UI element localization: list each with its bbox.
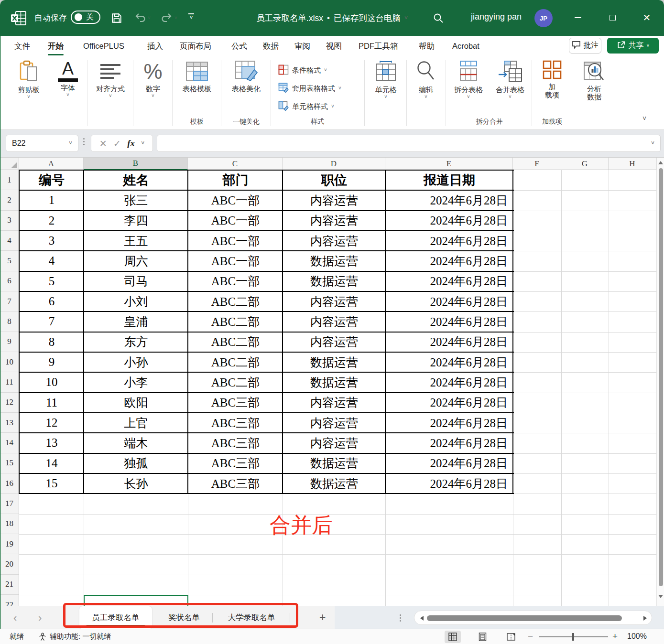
table-cell[interactable]: 2024年6月28日	[386, 272, 512, 291]
row-header-21[interactable]: 21	[0, 575, 19, 595]
table-cell[interactable]: 2024年6月28日	[386, 454, 512, 473]
table-cell[interactable]: 2024年6月28日	[386, 312, 512, 331]
row-header-2[interactable]: 2	[0, 190, 19, 210]
tab-view[interactable]: 视图	[325, 36, 343, 56]
row-header-8[interactable]: 8	[0, 311, 19, 332]
table-cell[interactable]: 张三	[85, 191, 187, 210]
table-cell[interactable]: 数据运营	[283, 353, 385, 372]
row-header-18[interactable]: 18	[0, 514, 19, 534]
table-header-cell[interactable]: 编号	[20, 171, 83, 190]
page-break-view-button[interactable]	[503, 631, 519, 643]
select-all-corner[interactable]	[0, 158, 19, 170]
row-header-17[interactable]: 17	[0, 494, 19, 514]
table-cell[interactable]: ABC一部	[189, 251, 282, 270]
table-cell[interactable]: 内容运营	[283, 413, 385, 432]
cells-button[interactable]: 单元格˅	[366, 60, 405, 99]
table-cell[interactable]: 2024年6月28日	[386, 211, 512, 230]
table-cell[interactable]: 2024年6月28日	[386, 433, 512, 452]
table-cell[interactable]: ABC三部	[189, 433, 282, 452]
column-header-C[interactable]: C	[188, 158, 283, 170]
table-cell[interactable]: ABC三部	[189, 393, 282, 412]
table-cell[interactable]: 2024年6月28日	[386, 191, 512, 210]
tab-acrobat[interactable]: Acrobat	[451, 36, 480, 56]
table-cell[interactable]: ABC一部	[189, 211, 282, 230]
table-cell[interactable]: 4	[20, 251, 83, 270]
tab-insert[interactable]: 插入	[146, 36, 164, 56]
autosave-toggle[interactable]: 关	[71, 11, 100, 24]
table-cell[interactable]: 周六	[85, 251, 187, 270]
zoom-level[interactable]: 100%	[627, 632, 647, 641]
column-header-G[interactable]: G	[561, 158, 609, 170]
table-cell[interactable]: 欧阳	[85, 393, 187, 412]
column-header-H[interactable]: H	[609, 158, 656, 170]
table-cell[interactable]: 司马	[85, 272, 187, 291]
formula-input[interactable]: ˅	[157, 135, 661, 152]
row-header-4[interactable]: 4	[0, 231, 19, 251]
table-cell[interactable]: 内容运营	[283, 292, 385, 311]
table-cell[interactable]: 2024年6月28日	[386, 292, 512, 311]
horizontal-scroll-thumb[interactable]	[427, 615, 622, 621]
cancel-icon[interactable]: ✕	[99, 138, 107, 149]
table-cell[interactable]: 李四	[85, 211, 187, 230]
table-cell[interactable]: 东方	[85, 333, 187, 352]
tab-review[interactable]: 审阅	[294, 36, 311, 56]
addins-button[interactable]: 加载项	[533, 60, 571, 99]
table-cell[interactable]: 内容运营	[283, 333, 385, 352]
cell-styles-button[interactable]: 单元格样式˅	[278, 99, 364, 114]
row-header-14[interactable]: 14	[0, 433, 19, 453]
table-cell[interactable]: 端木	[85, 433, 187, 452]
close-button[interactable]: ✕	[636, 7, 658, 29]
column-header-A[interactable]: A	[19, 158, 84, 170]
row-header-15[interactable]: 15	[0, 453, 19, 473]
analyze-data-button[interactable]: 分析数据	[574, 60, 615, 101]
row-header-3[interactable]: 3	[0, 211, 19, 231]
row-header-1[interactable]: 1	[0, 170, 19, 190]
number-format-button[interactable]: % 数字˅	[135, 60, 171, 98]
table-cell[interactable]: 2024年6月28日	[386, 251, 512, 270]
row-header-6[interactable]: 6	[0, 271, 19, 291]
table-cell[interactable]: 2024年6月28日	[386, 373, 512, 392]
row-header-10[interactable]: 10	[0, 352, 19, 372]
zoom-slider-thumb[interactable]	[572, 633, 574, 641]
zoom-out-icon[interactable]: −	[528, 631, 533, 642]
editing-button[interactable]: 编辑˅	[408, 60, 444, 99]
expand-formula-bar-icon[interactable]: ˅	[651, 141, 654, 145]
table-cell[interactable]: 皇浦	[85, 312, 187, 331]
table-cell[interactable]: 小李	[85, 373, 187, 392]
undo-icon[interactable]	[134, 12, 146, 25]
table-cell[interactable]: ABC二部	[189, 292, 282, 311]
tab-home[interactable]: 开始	[47, 36, 65, 56]
row-header-19[interactable]: 19	[0, 534, 19, 554]
table-cell[interactable]: 长孙	[85, 474, 187, 493]
user-name[interactable]: jiangying pan	[471, 12, 522, 22]
table-cell[interactable]: 王五	[85, 231, 187, 250]
table-cell[interactable]: 内容运营	[283, 231, 385, 250]
table-cell[interactable]: ABC二部	[189, 333, 282, 352]
split-table-button[interactable]: 拆分表格˅	[448, 60, 489, 99]
table-header-cell[interactable]: 姓名	[85, 171, 187, 190]
scroll-left-icon[interactable]	[420, 616, 424, 621]
quick-access-customize-icon[interactable]: ˅	[188, 13, 194, 20]
normal-view-button[interactable]	[445, 631, 461, 643]
column-header-B[interactable]: B	[84, 158, 188, 170]
sheet-nav-next-icon[interactable]: ›	[38, 612, 42, 624]
row-header-5[interactable]: 5	[0, 251, 19, 271]
row-header-9[interactable]: 9	[0, 332, 19, 352]
table-cell[interactable]: ABC二部	[189, 353, 282, 372]
maximize-button[interactable]	[601, 7, 623, 29]
sheet-nav-prev-icon[interactable]: ‹	[13, 612, 17, 624]
table-template-button[interactable]: 表格模板	[174, 60, 220, 93]
comments-button[interactable]: 批注	[569, 38, 601, 54]
page-layout-view-button[interactable]	[474, 631, 490, 643]
redo-dropdown-icon[interactable]: ˅	[174, 16, 177, 20]
table-cell[interactable]: 14	[20, 454, 83, 473]
table-cell[interactable]: 9	[20, 353, 83, 372]
format-as-table-button[interactable]: 套用表格格式˅	[278, 81, 364, 96]
table-cell[interactable]: 12	[20, 413, 83, 432]
scroll-down-icon[interactable]	[658, 595, 663, 598]
insert-function-icon[interactable]: fx	[127, 138, 135, 149]
table-cell[interactable]: 10	[20, 373, 83, 392]
vertical-scroll-thumb[interactable]	[659, 168, 663, 586]
table-cell[interactable]: 2024年6月28日	[386, 393, 512, 412]
collapse-ribbon-icon[interactable]: ˅	[642, 115, 646, 122]
